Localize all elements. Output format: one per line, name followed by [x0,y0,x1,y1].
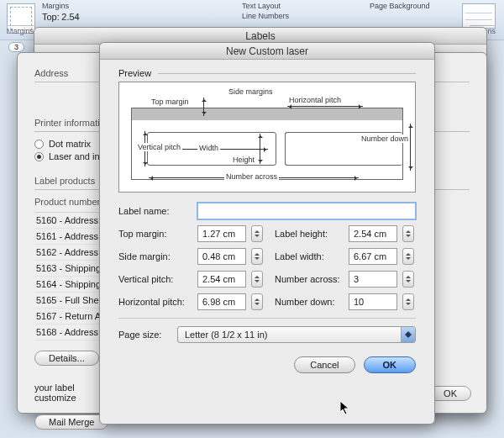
pv-num-across: Number across [224,172,279,181]
mail-merge-button[interactable]: Mail Merge [34,414,108,430]
pv-num-down: Number down [360,135,410,143]
vertical-pitch-label: Vertical pitch: [118,274,192,284]
options-ok-button[interactable]: OK [429,386,471,401]
page-size-label: Page size: [118,330,172,340]
label-width-input[interactable] [349,248,397,265]
page-size-select[interactable]: Letter (8 1/2 x 11 in) [177,326,416,343]
page-size-value: Letter (8 1/2 x 11 in) [177,326,416,343]
radio-icon [34,140,44,149]
dialog-titlebar: New Custom laser [100,43,434,60]
side-margin-input[interactable] [197,248,246,265]
side-margin-stepper[interactable] [251,248,263,265]
label-name-input[interactable] [197,203,416,219]
vertical-pitch-input[interactable] [197,271,246,288]
cancel-button[interactable]: Cancel [294,356,354,373]
dropdown-icon [401,327,415,342]
preview-diagram: Width Height Number across Top margin Si… [118,82,416,193]
ribbon-textlayout-group: Text Layout [242,2,281,10]
details-button[interactable]: Details... [34,351,99,366]
top-margin-stepper[interactable] [251,225,263,242]
pv-vpitch: Vertical pitch [136,143,182,151]
ok-button[interactable]: OK [364,356,417,373]
number-across-stepper[interactable] [402,271,414,288]
top-margin-input[interactable] [197,225,246,242]
ribbon-line-numbers[interactable]: Line Numbers [242,12,289,20]
pv-top-margin: Top margin [150,98,191,106]
ribbon-pagebg-group: Page Background [370,2,430,10]
label-height-input[interactable] [349,225,397,242]
preview-label: Preview [118,68,151,78]
label-height-label: Label height: [275,229,344,239]
ribbon-top-label: Top: 2.54 [42,12,80,22]
label-height-stepper[interactable] [402,225,414,242]
new-custom-laser-dialog: New Custom laser Preview Width Height Nu… [99,42,435,425]
range-start: 3 [8,42,24,52]
label-width-label: Label width: [275,251,344,261]
number-down-label: Number down: [275,297,344,307]
pv-side-margins: Side margins [227,87,275,96]
radio-icon [34,152,44,161]
ribbon-margins-group: Margins [42,2,69,10]
number-down-stepper[interactable] [402,293,414,310]
top-margin-label: Top margin: [118,229,192,239]
ribbon-margins-label[interactable]: Margins [7,25,34,35]
pv-height: Height [231,156,256,164]
number-down-input[interactable] [349,293,397,310]
horizontal-pitch-input[interactable] [197,293,246,310]
pv-hpitch: Horizontal pitch [287,96,343,104]
side-margin-label: Side margin: [118,251,192,261]
number-across-input[interactable] [349,271,397,288]
horizontal-pitch-stepper[interactable] [251,293,263,310]
horizontal-pitch-label: Horizontal pitch: [118,297,192,307]
label-width-stepper[interactable] [402,248,414,265]
number-across-label: Number across: [275,274,344,284]
pv-width: Width [197,144,220,152]
label-name-label: Label name: [118,206,192,216]
vertical-pitch-stepper[interactable] [251,271,263,288]
